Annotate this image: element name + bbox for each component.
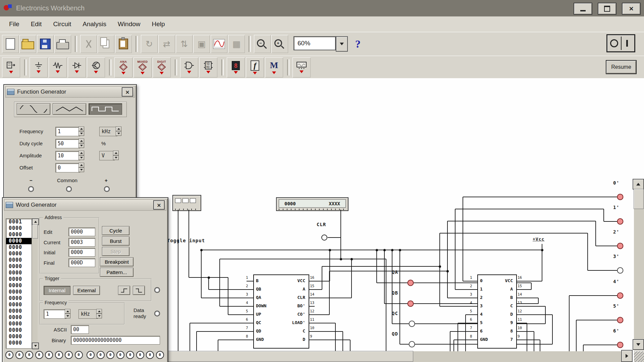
bit-terminal-1[interactable]: 0 [15, 351, 23, 359]
spin-down-icon[interactable] [78, 143, 84, 148]
spin-up-icon[interactable] [96, 309, 102, 314]
bit-terminal-15[interactable]: 0 [156, 351, 164, 359]
save-button[interactable] [37, 35, 54, 53]
bit-terminal-6[interactable]: 0 [65, 351, 73, 359]
zoom-in-button[interactable]: + [271, 35, 288, 53]
component-properties-button[interactable]: ▦ [228, 35, 245, 53]
new-button[interactable] [2, 35, 19, 53]
spin-down-icon[interactable] [116, 131, 121, 136]
flip-vertical-button[interactable]: ⇅ [176, 35, 193, 53]
probe-qa[interactable] [408, 280, 414, 286]
output-probe-6[interactable] [617, 342, 624, 348]
plus-terminal[interactable] [104, 186, 110, 192]
trigger-external-button[interactable]: External [73, 286, 100, 295]
indicators-bin[interactable]: 8 [227, 57, 245, 77]
frequency-input[interactable]: 1 [55, 127, 80, 136]
current-input[interactable]: 0003 [68, 238, 95, 247]
close-icon[interactable]: × [153, 200, 165, 210]
word-row[interactable]: 0000 [6, 251, 32, 257]
falling-edge-button[interactable] [133, 286, 145, 295]
word-row[interactable]: 0000 [6, 333, 32, 340]
word-row[interactable]: 0000 [6, 308, 32, 314]
spin-up-icon[interactable] [78, 126, 84, 131]
digital-ics-bin[interactable]: DIGIT [153, 57, 171, 77]
word-row[interactable]: 0000 [6, 244, 32, 251]
mixed-ics-bin[interactable]: MIXED [133, 57, 152, 77]
miscellaneous-bin[interactable]: M [265, 57, 283, 77]
spin-down-icon[interactable] [65, 314, 70, 318]
copy-button[interactable] [98, 35, 114, 53]
word-row[interactable]: 0001 [6, 219, 32, 225]
bit-terminal-13[interactable]: 0 [136, 351, 144, 359]
edit-input[interactable]: 0000 [68, 227, 95, 236]
menu-item-analysis[interactable]: Analysis [77, 18, 112, 30]
word-list[interactable]: 0001000000000000000000000000000000000000… [6, 218, 32, 349]
breakpoint-button[interactable]: Breakpoint [100, 257, 133, 266]
amplitude-input[interactable]: 10 [55, 151, 80, 160]
help-button[interactable]: ? [355, 38, 361, 50]
output-probe-0[interactable] [617, 194, 624, 200]
spin-up-icon[interactable] [78, 151, 84, 155]
logic-gates-bin[interactable] [180, 57, 198, 77]
bit-terminal-7[interactable]: 0 [75, 351, 83, 359]
zoom-out-button[interactable]: − [254, 35, 271, 53]
word-row[interactable]: 0000 [6, 231, 32, 238]
spin-up-icon[interactable] [113, 151, 119, 155]
bit-terminal-11[interactable]: 0 [116, 351, 124, 359]
rotate-button[interactable]: ↻ [141, 35, 158, 53]
initial-input[interactable]: 0000 [68, 248, 95, 257]
bit-terminal-12[interactable]: 0 [126, 351, 134, 359]
open-button[interactable] [19, 35, 36, 53]
close-icon[interactable]: × [122, 87, 133, 97]
bit-terminal-5[interactable]: 0 [55, 351, 63, 359]
power-switch[interactable] [606, 34, 635, 52]
wg-frequency-unit[interactable]: kHz [78, 309, 98, 319]
sources-bin[interactable] [30, 57, 48, 77]
output-probe-5[interactable] [617, 317, 624, 323]
word-row[interactable]: 0000 [6, 263, 32, 270]
transistors-bin[interactable] [87, 57, 105, 77]
spin-up-icon[interactable] [65, 309, 70, 314]
frequency-unit-spinner[interactable] [116, 126, 121, 136]
output-probe-3[interactable] [617, 267, 624, 274]
list-scroll-thumb[interactable] [32, 224, 38, 239]
offset-spinner[interactable] [78, 163, 84, 172]
title-bar[interactable]: Electronics Workbench [0, 0, 644, 16]
zoom-value[interactable]: 60% [293, 36, 336, 50]
scroll-down-button[interactable] [633, 339, 644, 350]
probe-qd[interactable] [409, 341, 415, 348]
bit-terminal-10[interactable]: 0 [106, 351, 114, 359]
output-probe-1[interactable] [617, 218, 624, 225]
controls-bin[interactable]: f [246, 57, 264, 77]
bit-terminal-0[interactable]: 0 [5, 351, 13, 359]
duty-cycle-spinner[interactable] [78, 139, 84, 148]
list-scroll-up-button[interactable] [32, 218, 39, 225]
output-probe-2[interactable] [617, 243, 624, 249]
offset-input[interactable]: 0 [55, 163, 80, 172]
wg-frequency-spinner[interactable] [65, 309, 70, 318]
word-row[interactable]: 0000 [6, 276, 32, 282]
bit-terminal-14[interactable]: 0 [146, 351, 154, 359]
binary-input[interactable]: 0000000000000000 [71, 336, 160, 345]
maximize-button[interactable] [598, 3, 616, 15]
sine-wave-button[interactable] [17, 103, 50, 115]
spin-up-icon[interactable] [116, 126, 121, 131]
common-terminal[interactable] [66, 186, 72, 192]
digital-bin[interactable]: SQ RQ [199, 57, 217, 77]
spin-down-icon[interactable] [113, 155, 119, 160]
wg-frequency-unit-spinner[interactable] [96, 309, 102, 318]
toggle-input-instrument[interactable] [172, 195, 201, 211]
word-generator-titlebar[interactable]: Word Generator × [4, 199, 166, 211]
menu-item-window[interactable]: Window [112, 18, 146, 30]
bit-terminal-4[interactable]: 0 [45, 351, 53, 359]
menu-item-edit[interactable]: Edit [25, 18, 48, 30]
menu-item-help[interactable]: Help [146, 18, 171, 30]
minus-terminal[interactable] [28, 186, 34, 192]
spin-up-icon[interactable] [78, 163, 84, 167]
close-button[interactable]: ✕ [622, 3, 641, 15]
create-subcircuit-button[interactable]: ▣ [193, 35, 210, 53]
bit-terminal-8[interactable]: 0 [87, 351, 95, 359]
amplitude-spinner[interactable] [78, 151, 84, 160]
diodes-bin[interactable] [68, 57, 86, 77]
bit-terminal-2[interactable]: 0 [25, 351, 33, 359]
